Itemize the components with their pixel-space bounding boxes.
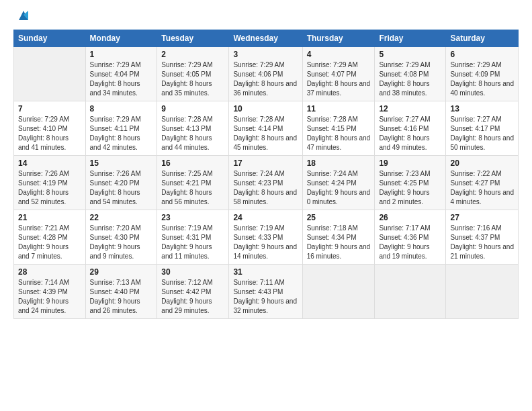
calendar-cell: 30 Sunrise: 7:12 AMSunset: 4:42 PMDaylig… — [157, 265, 229, 319]
weekday-header: Sunday — [14, 30, 86, 47]
day-info: Sunrise: 7:28 AMSunset: 4:13 PMDaylight:… — [161, 115, 224, 152]
day-number: 17 — [233, 158, 298, 168]
day-info: Sunrise: 7:13 AMSunset: 4:40 PMDaylight:… — [90, 278, 153, 316]
weekday-header: Tuesday — [157, 30, 229, 47]
day-number: 31 — [233, 267, 298, 277]
day-number: 21 — [18, 213, 81, 222]
weekday-header: Monday — [85, 30, 157, 47]
weekday-header: Wednesday — [229, 30, 302, 47]
day-info: Sunrise: 7:27 AMSunset: 4:17 PMDaylight:… — [450, 115, 514, 152]
header — [13, 11, 519, 23]
calendar-cell: 17 Sunrise: 7:24 AMSunset: 4:23 PMDaylig… — [229, 156, 302, 210]
day-number: 14 — [18, 158, 81, 168]
day-info: Sunrise: 7:29 AMSunset: 4:05 PMDaylight:… — [161, 60, 224, 98]
day-info: Sunrise: 7:14 AMSunset: 4:39 PMDaylight:… — [18, 278, 81, 316]
calendar-cell: 1 Sunrise: 7:29 AMSunset: 4:04 PMDayligh… — [85, 47, 157, 101]
day-info: Sunrise: 7:29 AMSunset: 4:06 PMDaylight:… — [233, 60, 298, 98]
calendar-cell: 10 Sunrise: 7:28 AMSunset: 4:14 PMDaylig… — [229, 101, 302, 156]
calendar-cell — [14, 47, 86, 101]
day-info: Sunrise: 7:25 AMSunset: 4:21 PMDaylight:… — [161, 169, 224, 207]
calendar-cell: 4 Sunrise: 7:29 AMSunset: 4:07 PMDayligh… — [302, 47, 375, 101]
day-number: 30 — [161, 267, 224, 277]
day-number: 13 — [450, 104, 514, 113]
day-info: Sunrise: 7:16 AMSunset: 4:37 PMDaylight:… — [450, 224, 514, 261]
calendar-cell: 21 Sunrise: 7:21 AMSunset: 4:28 PMDaylig… — [14, 210, 86, 265]
day-number: 8 — [90, 104, 153, 113]
calendar-cell: 22 Sunrise: 7:20 AMSunset: 4:30 PMDaylig… — [85, 210, 157, 265]
day-info: Sunrise: 7:29 AMSunset: 4:04 PMDaylight:… — [90, 60, 153, 98]
weekday-header: Saturday — [446, 30, 519, 47]
calendar-cell — [446, 265, 519, 319]
day-info: Sunrise: 7:22 AMSunset: 4:27 PMDaylight:… — [450, 169, 514, 207]
day-number: 3 — [233, 50, 298, 59]
day-number: 16 — [161, 158, 224, 168]
calendar-cell: 13 Sunrise: 7:27 AMSunset: 4:17 PMDaylig… — [446, 101, 519, 156]
logo — [13, 11, 31, 23]
day-info: Sunrise: 7:26 AMSunset: 4:20 PMDaylight:… — [90, 169, 153, 207]
calendar-cell: 2 Sunrise: 7:29 AMSunset: 4:05 PMDayligh… — [157, 47, 229, 101]
calendar-cell: 6 Sunrise: 7:29 AMSunset: 4:09 PMDayligh… — [446, 47, 519, 101]
day-info: Sunrise: 7:24 AMSunset: 4:23 PMDaylight:… — [233, 169, 298, 207]
day-info: Sunrise: 7:21 AMSunset: 4:28 PMDaylight:… — [18, 224, 81, 261]
day-info: Sunrise: 7:17 AMSunset: 4:36 PMDaylight:… — [379, 224, 441, 261]
logo-text — [13, 11, 31, 23]
day-info: Sunrise: 7:24 AMSunset: 4:24 PMDaylight:… — [307, 169, 371, 207]
calendar-cell: 12 Sunrise: 7:27 AMSunset: 4:16 PMDaylig… — [375, 101, 446, 156]
day-number: 5 — [379, 50, 441, 59]
day-number: 28 — [18, 267, 81, 277]
calendar-table: SundayMondayTuesdayWednesdayThursdayFrid… — [13, 30, 519, 319]
day-number: 23 — [161, 213, 224, 222]
calendar-week-row: 1 Sunrise: 7:29 AMSunset: 4:04 PMDayligh… — [14, 47, 519, 101]
calendar-cell: 9 Sunrise: 7:28 AMSunset: 4:13 PMDayligh… — [157, 101, 229, 156]
day-info: Sunrise: 7:18 AMSunset: 4:34 PMDaylight:… — [307, 224, 371, 261]
calendar-cell: 27 Sunrise: 7:16 AMSunset: 4:37 PMDaylig… — [446, 210, 519, 265]
day-number: 29 — [90, 267, 153, 277]
day-info: Sunrise: 7:29 AMSunset: 4:09 PMDaylight:… — [450, 60, 514, 98]
day-info: Sunrise: 7:29 AMSunset: 4:08 PMDaylight:… — [379, 60, 441, 98]
calendar-header-row: SundayMondayTuesdayWednesdayThursdayFrid… — [14, 30, 519, 47]
day-info: Sunrise: 7:19 AMSunset: 4:31 PMDaylight:… — [161, 224, 224, 261]
day-info: Sunrise: 7:11 AMSunset: 4:43 PMDaylight:… — [233, 278, 298, 316]
calendar-week-row: 28 Sunrise: 7:14 AMSunset: 4:39 PMDaylig… — [14, 265, 519, 319]
calendar-cell: 20 Sunrise: 7:22 AMSunset: 4:27 PMDaylig… — [446, 156, 519, 210]
day-number: 6 — [450, 50, 514, 59]
day-number: 27 — [450, 213, 514, 222]
day-info: Sunrise: 7:27 AMSunset: 4:16 PMDaylight:… — [379, 115, 441, 152]
day-info: Sunrise: 7:28 AMSunset: 4:15 PMDaylight:… — [307, 115, 371, 152]
calendar-cell: 28 Sunrise: 7:14 AMSunset: 4:39 PMDaylig… — [14, 265, 86, 319]
calendar-cell: 14 Sunrise: 7:26 AMSunset: 4:19 PMDaylig… — [14, 156, 86, 210]
calendar-cell: 5 Sunrise: 7:29 AMSunset: 4:08 PMDayligh… — [375, 47, 446, 101]
day-number: 15 — [90, 158, 153, 168]
day-info: Sunrise: 7:28 AMSunset: 4:14 PMDaylight:… — [233, 115, 298, 152]
day-info: Sunrise: 7:29 AMSunset: 4:11 PMDaylight:… — [90, 115, 153, 152]
logo-icon — [16, 8, 31, 23]
calendar-cell: 31 Sunrise: 7:11 AMSunset: 4:43 PMDaylig… — [229, 265, 302, 319]
day-info: Sunrise: 7:29 AMSunset: 4:10 PMDaylight:… — [18, 115, 81, 152]
calendar-cell: 19 Sunrise: 7:23 AMSunset: 4:25 PMDaylig… — [375, 156, 446, 210]
calendar-cell — [375, 265, 446, 319]
calendar-cell: 8 Sunrise: 7:29 AMSunset: 4:11 PMDayligh… — [85, 101, 157, 156]
day-info: Sunrise: 7:20 AMSunset: 4:30 PMDaylight:… — [90, 224, 153, 261]
day-number: 22 — [90, 213, 153, 222]
day-number: 11 — [307, 104, 371, 113]
day-info: Sunrise: 7:23 AMSunset: 4:25 PMDaylight:… — [379, 169, 441, 207]
calendar-cell: 16 Sunrise: 7:25 AMSunset: 4:21 PMDaylig… — [157, 156, 229, 210]
day-info: Sunrise: 7:12 AMSunset: 4:42 PMDaylight:… — [161, 278, 224, 316]
calendar-cell: 26 Sunrise: 7:17 AMSunset: 4:36 PMDaylig… — [375, 210, 446, 265]
calendar-cell: 18 Sunrise: 7:24 AMSunset: 4:24 PMDaylig… — [302, 156, 375, 210]
day-number: 26 — [379, 213, 441, 222]
calendar-cell: 15 Sunrise: 7:26 AMSunset: 4:20 PMDaylig… — [85, 156, 157, 210]
day-number: 4 — [307, 50, 371, 59]
calendar-week-row: 7 Sunrise: 7:29 AMSunset: 4:10 PMDayligh… — [14, 101, 519, 156]
calendar-cell: 25 Sunrise: 7:18 AMSunset: 4:34 PMDaylig… — [302, 210, 375, 265]
calendar-cell: 7 Sunrise: 7:29 AMSunset: 4:10 PMDayligh… — [14, 101, 86, 156]
day-info: Sunrise: 7:26 AMSunset: 4:19 PMDaylight:… — [18, 169, 81, 207]
day-number: 9 — [161, 104, 224, 113]
weekday-header: Friday — [375, 30, 446, 47]
page: SundayMondayTuesdayWednesdayThursdayFrid… — [0, 0, 532, 411]
calendar-cell — [302, 265, 375, 319]
calendar-cell: 11 Sunrise: 7:28 AMSunset: 4:15 PMDaylig… — [302, 101, 375, 156]
day-number: 7 — [18, 104, 81, 113]
day-number: 12 — [379, 104, 441, 113]
calendar-cell: 29 Sunrise: 7:13 AMSunset: 4:40 PMDaylig… — [85, 265, 157, 319]
